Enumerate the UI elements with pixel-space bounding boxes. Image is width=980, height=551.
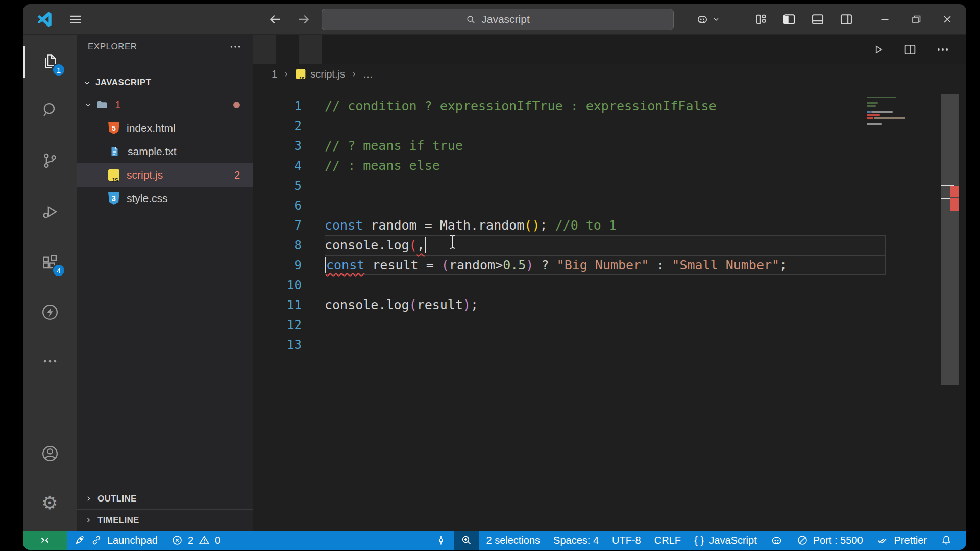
status-commit[interactable]	[428, 531, 454, 550]
status-launchpad[interactable]: Launchpad	[67, 531, 164, 550]
tree-item-script.js[interactable]: JSscript.js2	[77, 163, 253, 187]
activity-extensions[interactable]: 4	[23, 243, 77, 282]
status-zoom-indicator[interactable]	[454, 531, 479, 550]
toggle-primary-sidebar-icon[interactable]	[781, 12, 797, 27]
status-language-mode[interactable]: { }JavaScript	[688, 531, 764, 550]
code-line-1[interactable]: 1// condition ? expressionIfTrue : expre…	[253, 96, 966, 116]
activity-account[interactable]	[23, 434, 77, 473]
git-branch-icon	[40, 151, 60, 170]
status-text: Launchpad	[107, 535, 158, 546]
status-copilot-status[interactable]	[764, 531, 790, 550]
status-notifications[interactable]	[934, 531, 959, 550]
code-token: ,	[417, 238, 425, 253]
vertical-scrollbar[interactable]	[941, 94, 959, 385]
code-token: const	[325, 218, 363, 233]
code-line-4[interactable]: 4// : means else	[253, 156, 966, 176]
activity-settings[interactable]: ⚙	[23, 484, 77, 522]
minimize-icon[interactable]	[878, 13, 892, 26]
double-check-icon	[876, 534, 890, 547]
status-live-server-port[interactable]: Port : 5500	[790, 531, 870, 550]
code-line-6[interactable]: 6	[253, 195, 966, 215]
code-token: //0 to 1	[555, 218, 617, 233]
breadcrumb-item[interactable]: 1	[272, 68, 277, 80]
code-line-8[interactable]: 8console.log(,	[253, 235, 966, 255]
code-line-13[interactable]: 13	[253, 335, 966, 355]
search-icon	[465, 14, 476, 25]
code-token: random>	[449, 258, 503, 272]
status-prettier[interactable]: Prettier	[870, 531, 934, 550]
code-line-2[interactable]: 2	[253, 116, 966, 136]
code-token: // condition ? expressionIfTrue : expres…	[325, 98, 717, 113]
code-line-5[interactable]: 5	[253, 176, 966, 195]
tab-index.html[interactable]	[253, 35, 276, 64]
minimap[interactable]	[867, 96, 914, 136]
code-line-3[interactable]: 3// ? means if true	[253, 136, 966, 156]
explorer-actions-icon[interactable]	[229, 40, 242, 54]
menu-icon[interactable]	[68, 12, 83, 27]
panel-outline[interactable]: OUTLINE	[77, 488, 253, 509]
navigate-back-icon[interactable]	[267, 11, 283, 28]
tree-item-style.css[interactable]: 3style.css	[77, 187, 253, 210]
file-label: sample.txt	[128, 145, 177, 158]
status-indentation[interactable]: Spaces: 4	[547, 531, 605, 550]
error-icon	[171, 534, 183, 546]
ellipsis-icon	[41, 353, 59, 370]
css-file-icon: 3	[108, 192, 119, 205]
tree-item-sample.txt[interactable]: sample.txt	[77, 140, 253, 163]
file-label: script.js	[127, 169, 163, 181]
copilot-menu[interactable]	[696, 13, 720, 26]
breadcrumb-item[interactable]: …	[363, 68, 373, 80]
vscode-window: Javascript	[23, 4, 966, 550]
status-text: 2 selections	[486, 535, 540, 546]
link-icon	[90, 534, 103, 546]
activity-search[interactable]	[23, 90, 77, 129]
activity-live-server[interactable]	[23, 293, 77, 332]
workspace-section[interactable]: JAVASCRIPT	[77, 72, 253, 93]
line-number: 7	[253, 218, 302, 233]
code-line-7[interactable]: 7const random = Math.random(); //0 to 1	[253, 215, 966, 235]
activity-source-control[interactable]	[23, 141, 77, 180]
sidebar-title: EXPLORER	[88, 42, 137, 52]
status-problems[interactable]: 20	[164, 531, 227, 550]
tab-style.css[interactable]	[299, 35, 322, 64]
restore-icon[interactable]	[910, 13, 922, 26]
folder-label: 1	[115, 98, 121, 111]
toggle-secondary-sidebar-icon[interactable]	[839, 12, 854, 27]
tab-script.js[interactable]	[276, 35, 299, 64]
panel-timeline[interactable]: TIMELINE	[77, 509, 253, 531]
navigate-forward-icon[interactable]	[296, 11, 312, 28]
tree-folder-1[interactable]: 1	[77, 93, 253, 116]
code-line-11[interactable]: 11console.log(result);	[253, 295, 966, 315]
rocket-icon	[74, 534, 86, 546]
tree-item-index.html[interactable]: 5index.html	[77, 116, 253, 140]
activity-more[interactable]	[23, 342, 77, 381]
code-token: 0.5	[503, 258, 526, 272]
status-encoding[interactable]: UTF-8	[605, 531, 648, 550]
split-editor-button[interactable]	[903, 42, 917, 57]
status-eol[interactable]: CRLF	[648, 531, 688, 550]
activity-explorer[interactable]: 1	[23, 42, 77, 81]
status-text: JavaScript	[709, 535, 756, 546]
tab-bar	[253, 35, 966, 64]
line-number: 13	[253, 338, 302, 352]
command-center-search[interactable]: Javascript	[322, 9, 674, 30]
account-icon	[40, 443, 60, 464]
activity-run-debug[interactable]	[23, 192, 77, 231]
js-file-icon: JS	[108, 169, 119, 181]
status-selections[interactable]: 2 selections	[479, 531, 547, 550]
breadcrumb-item[interactable]: JSscript.js	[295, 68, 345, 80]
more-actions-button[interactable]	[936, 42, 950, 57]
extensions-badge: 4	[52, 264, 65, 277]
toggle-panel-icon[interactable]	[810, 12, 825, 27]
customize-layout-icon[interactable]	[754, 12, 768, 27]
problems-count-badge: 2	[234, 169, 240, 181]
code-editor[interactable]: 1// condition ? expressionIfTrue : expre…	[253, 84, 966, 531]
status-text: Port : 5500	[813, 535, 863, 546]
code-line-12[interactable]: 12	[253, 315, 966, 335]
search-icon	[40, 100, 60, 119]
run-button[interactable]	[871, 43, 885, 56]
status-remote-indicator[interactable]	[23, 531, 67, 550]
code-line-9[interactable]: 9const result = (random>0.5) ? "Big Numb…	[253, 255, 966, 275]
code-line-10[interactable]: 10	[253, 275, 966, 295]
close-icon[interactable]	[941, 13, 954, 26]
